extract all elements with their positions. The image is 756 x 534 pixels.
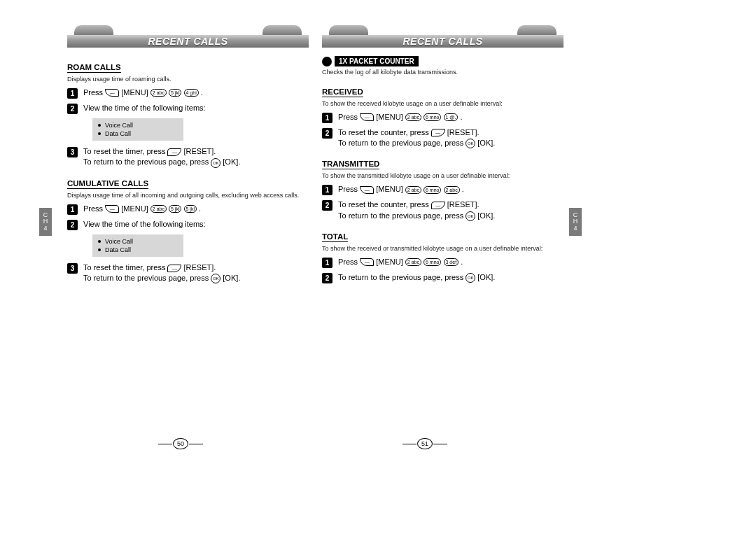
step: 3 To reset the timer, press — [RESET]. T… — [67, 146, 309, 168]
reset-label: [RESET]. — [447, 128, 479, 136]
step-text: Press — [MENU] 2 abc 5 jkl 4 ghi . — [83, 87, 309, 98]
softkey-icon: — — [360, 258, 374, 266]
step-number-icon: 2 — [322, 200, 332, 211]
header-tab-icon — [262, 25, 302, 35]
ok-label: [OK]. — [477, 211, 495, 220]
ok-key-icon: OK — [465, 211, 475, 221]
step-number-icon: 1 — [322, 258, 332, 268]
info-row: Voice Call — [98, 237, 178, 246]
key-icon: 3 def — [444, 258, 459, 266]
section-desc: To show the received or transmitted kilo… — [322, 245, 564, 253]
step-post: . — [462, 185, 464, 193]
key-icon: 2 abc — [444, 186, 460, 194]
bullet-icon — [98, 240, 101, 243]
key-icon: 5 jkl — [184, 205, 197, 213]
step-pre: To reset the timer, press — [83, 263, 167, 272]
key-icon: 4 ghi — [184, 89, 199, 97]
section-desc: Displays usage time of roaming calls. — [67, 76, 309, 83]
key-icon: 2 abc — [150, 205, 167, 213]
step-text: To reset the timer, press — [RESET]. To … — [83, 146, 309, 168]
section-heading-received: RECEIVED — [322, 87, 363, 97]
step-number-icon: 3 — [67, 147, 78, 157]
key-icon: 2 abc — [405, 113, 421, 121]
step-number-icon: 1 — [322, 113, 332, 123]
step-pre: Press — [83, 88, 105, 97]
section-desc: To show the transmitted kilobyte usage o… — [322, 172, 564, 180]
menu-label: [MENU] — [121, 88, 148, 97]
step-pre: Press — [338, 258, 360, 266]
step-number-icon: 1 — [67, 204, 78, 215]
step-pre: Press — [338, 185, 360, 193]
step-post: . — [199, 204, 201, 213]
step-number-icon: 1 — [322, 185, 332, 195]
info-box: Voice Call Data Call — [92, 118, 183, 141]
step-line2-pre: To return to the previous page, press — [83, 274, 211, 282]
section-heading-transmitted: TRANSMITTED — [322, 160, 379, 169]
step-post: . — [201, 88, 203, 97]
chapter-tab-left: C H 4 — [39, 208, 52, 236]
reset-label: [RESET]. — [184, 147, 216, 155]
info-row: Data Call — [98, 246, 178, 254]
header-tab-icon — [74, 25, 113, 35]
softkey-icon: — — [105, 205, 119, 213]
step-number-icon: 2 — [67, 104, 78, 114]
key-icon: 6 mno — [424, 113, 441, 121]
key-icon: 2 abc — [405, 186, 421, 194]
section-heading-roam: ROAM CALLS — [67, 63, 121, 73]
softkey-icon: — — [167, 265, 181, 272]
ok-label: [OK]. — [477, 139, 495, 147]
key-icon: 2 abc — [405, 258, 421, 266]
section-desc: To show the received kilobyte usage on a… — [322, 100, 564, 108]
step: 1 Press — [MENU] 2 abc 6 mno 3 def . — [322, 257, 564, 268]
info-text: Data Call — [105, 246, 131, 254]
step-line2-pre: To return to the previous page, press — [83, 157, 211, 166]
ok-label: [OK]. — [477, 273, 495, 281]
step: 2 View the time of the following items: — [67, 219, 309, 230]
pill-label: 1X PACKET COUNTER — [335, 56, 419, 66]
step-line2-pre: To return to the previous page, press — [338, 139, 465, 147]
softkey-icon: — — [431, 129, 445, 136]
step-number-icon: 2 — [322, 128, 332, 139]
bullet-icon — [98, 248, 101, 251]
key-icon: 5 jkl — [169, 89, 181, 97]
step-text: To return to the previous page, press OK… — [338, 272, 564, 283]
ok-key-icon: OK — [211, 158, 220, 168]
step-number-icon: 3 — [67, 263, 78, 274]
ok-key-icon: OK — [465, 273, 475, 283]
info-text: Voice Call — [105, 237, 133, 246]
step-text: To reset the timer, press — [RESET]. To … — [83, 262, 309, 284]
ok-label: [OK]. — [223, 274, 240, 282]
step: 2 View the time of the following items: — [67, 103, 309, 114]
header-tab-icon — [329, 25, 368, 35]
page-title: RECENT CALLS — [67, 35, 309, 48]
info-text: Voice Call — [105, 121, 133, 129]
step-text: Press — [MENU] 2 abc 5 jkl 5 jkl . — [83, 204, 309, 214]
key-icon: 2 abc — [150, 89, 167, 97]
step-number-icon: 2 — [322, 273, 332, 283]
reset-label: [RESET]. — [447, 200, 479, 209]
step: 2 To return to the previous page, press … — [322, 272, 564, 283]
page-number-right: 51 — [417, 438, 433, 449]
step-text: To reset the counter, press — [RESET]. T… — [338, 199, 564, 221]
step-line2-pre: To return to the previous page, press — [338, 211, 465, 220]
page-number-left: 50 — [173, 438, 188, 449]
bullet-icon — [98, 132, 101, 135]
step-number-icon: 1 — [67, 88, 78, 99]
menu-label: [MENU] — [121, 204, 148, 213]
step: 1 Press — [MENU] 2 abc 5 jkl 5 jkl . — [67, 204, 309, 215]
softkey-icon: — — [360, 113, 374, 121]
section-desc: Displays usage time of all incoming and … — [67, 192, 309, 199]
info-row: Data Call — [98, 129, 178, 138]
step: 2 To reset the counter, press — [RESET].… — [322, 199, 564, 221]
chapter-tab-text: 4 — [569, 225, 582, 232]
page-right: RECENT CALLS 1X PACKET COUNTER Checks th… — [322, 25, 564, 288]
key-icon: 6 mno — [424, 258, 441, 266]
chapter-tab-right: C H 4 — [569, 208, 582, 236]
key-icon: 1 @. — [444, 113, 458, 121]
page-title: RECENT CALLS — [322, 35, 564, 48]
page-left: RECENT CALLS ROAM CALLS Displays usage t… — [67, 25, 309, 288]
step: 1 Press — [MENU] 2 abc 5 jkl 4 ghi . — [67, 87, 309, 99]
page-header: RECENT CALLS — [322, 25, 564, 48]
ok-key-icon: OK — [211, 274, 220, 283]
step: 2 To reset the counter, press — [RESET].… — [322, 127, 564, 149]
